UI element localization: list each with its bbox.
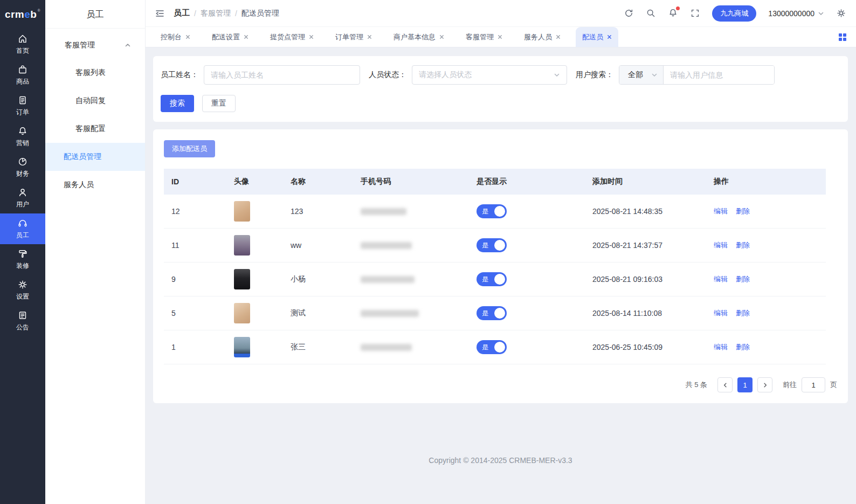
show-toggle[interactable]: 是 [477,238,507,252]
cell-id: 11 [164,241,226,250]
delete-link[interactable]: 删除 [736,308,750,318]
prev-page-button[interactable] [717,377,733,392]
tab-delivery-staff[interactable]: 配送员 [576,27,618,47]
edit-link[interactable]: 编辑 [714,240,728,250]
chevron-down-icon [818,10,824,17]
close-icon[interactable] [244,34,248,39]
chevron-up-icon [125,42,131,49]
search-icon[interactable] [646,8,656,18]
cell-name: 小杨 [283,274,353,284]
delete-link[interactable]: 删除 [736,240,750,250]
user-scope-value: 全部 [628,70,643,80]
close-icon[interactable] [498,34,502,39]
menu-group-label: 客服管理 [65,40,95,50]
refresh-icon[interactable] [624,8,634,18]
tab-layout-grid-icon[interactable] [839,33,846,41]
col-header-phone: 手机号码 [353,177,469,187]
gear-icon [17,279,28,290]
order-document-icon [17,95,28,106]
sidebar-item-settings[interactable]: 设置 [0,275,45,306]
cell-id: 12 [164,207,226,216]
delete-link[interactable]: 删除 [736,342,750,352]
chevron-down-icon [554,72,560,78]
close-icon[interactable] [439,34,444,39]
next-page-button[interactable] [757,377,772,392]
menu-group-customer-service[interactable]: 客服管理 [45,32,145,59]
edit-link[interactable]: 编辑 [714,342,728,352]
breadcrumb-root: 员工 [174,8,190,18]
user-info-input[interactable] [664,66,774,84]
page-number-current[interactable]: 1 [737,377,753,392]
phone-redacted [361,208,406,215]
gear-icon[interactable] [836,8,846,18]
filter-user-search: 用户搜索： 全部 [576,65,775,85]
person-icon [17,187,28,198]
tab-pickup-manage[interactable]: 提货点管理 [264,27,320,47]
edit-link[interactable]: 编辑 [714,308,728,318]
close-icon[interactable] [607,34,612,39]
merchant-badge[interactable]: 九九商城 [712,5,756,22]
edit-link[interactable]: 编辑 [714,206,728,216]
sidebar-item-marketing[interactable]: 营销 [0,121,45,152]
sidebar-item-notice[interactable]: 公告 [0,306,45,336]
logo-accent: e [24,9,30,20]
delivery-staff-panel: 添加配送员 ID 头像 名称 手机号码 是否显示 添加时间 操作 12 [153,129,848,403]
sidebar-item-decorate[interactable]: 装修 [0,244,45,275]
close-icon[interactable] [556,34,561,39]
menu-item-service-config[interactable]: 客服配置 [45,115,145,143]
show-toggle[interactable]: 是 [477,306,507,320]
tab-delivery-settings[interactable]: 配送设置 [205,27,255,47]
sidebar-item-label: 用户 [16,200,29,209]
delivery-staff-table: ID 头像 名称 手机号码 是否显示 添加时间 操作 12 123 是 [164,169,826,364]
tab-label: 订单管理 [335,32,363,42]
sidebar-item-users[interactable]: 用户 [0,183,45,213]
reset-button[interactable]: 重置 [202,95,236,112]
tab-merchant-info[interactable]: 商户基本信息 [387,27,451,47]
pagination: 共 5 条 1 前往 页 [164,377,837,392]
sidebar-item-label: 公告 [16,323,29,332]
search-button[interactable]: 搜索 [161,95,194,112]
staff-name-input[interactable] [204,65,360,85]
close-icon[interactable] [185,34,190,39]
avatar [234,337,250,357]
tab-service-staff[interactable]: 服务人员 [517,27,567,47]
close-icon[interactable] [309,34,314,39]
cell-name: 张三 [283,342,353,352]
collapse-menu-icon[interactable] [154,8,165,19]
fullscreen-icon[interactable] [690,8,700,18]
user-scope-select[interactable]: 全部 [619,66,664,84]
sidebar-item-finance[interactable]: 财务 [0,152,45,183]
staff-status-select[interactable]: 请选择人员状态 [412,65,567,85]
col-header-name: 名称 [283,177,353,187]
tab-customer-service[interactable]: 客服管理 [459,27,509,47]
sidebar-item-home[interactable]: 首页 [0,29,45,60]
breadcrumb-item[interactable]: 客服管理 [201,9,231,18]
cell-name: ww [283,241,353,250]
cell-id: 9 [164,275,226,284]
delete-link[interactable]: 删除 [736,206,750,216]
account-dropdown[interactable]: 13000000000 [768,9,824,18]
tab-order-manage[interactable]: 订单管理 [329,27,378,47]
tab-console[interactable]: 控制台 [154,27,197,47]
show-toggle[interactable]: 是 [477,272,507,286]
edit-link[interactable]: 编辑 [714,274,728,284]
menu-item-auto-reply[interactable]: 自动回复 [45,87,145,115]
sidebar-item-label: 员工 [16,231,29,240]
show-toggle[interactable]: 是 [477,340,507,354]
menu-item-service-staff[interactable]: 服务人员 [45,171,145,199]
sidebar-item-goods[interactable]: 商品 [0,60,45,91]
col-header-show: 是否显示 [469,177,585,187]
menu-item-label: 客服配置 [75,124,106,134]
menu-item-service-list[interactable]: 客服列表 [45,59,145,87]
notifications-button[interactable] [668,8,678,19]
menu-item-delivery-manage[interactable]: 配送员管理 [45,143,145,171]
delete-link[interactable]: 删除 [736,274,750,284]
show-toggle[interactable]: 是 [477,204,507,218]
staff-name-label: 员工姓名： [161,70,198,80]
table-row: 9 小杨 是 2025-08-21 09:16:03 编辑删除 [164,263,826,296]
goto-page-input[interactable] [802,377,825,392]
sidebar-item-orders[interactable]: 订单 [0,91,45,121]
sidebar-item-staff[interactable]: 员工 [0,213,45,244]
add-delivery-staff-button[interactable]: 添加配送员 [164,140,215,157]
close-icon[interactable] [367,34,372,39]
